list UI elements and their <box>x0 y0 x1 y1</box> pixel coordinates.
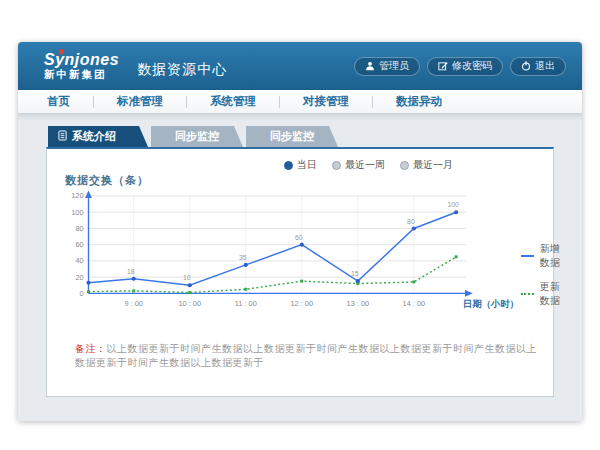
chart-row: 0204060801001209 : 0010 : 0011 : 0012 : … <box>59 190 541 318</box>
tab-bar: 系统介绍 同步监控 同步监控 <box>48 126 554 147</box>
tab-system-intro[interactable]: 系统介绍 <box>48 126 148 147</box>
chart-legend: 新增数据 更新数据 <box>521 190 561 318</box>
nav-item-system-mgmt[interactable]: 系统管理 <box>187 94 279 109</box>
radio-unselected-icon <box>332 161 341 170</box>
radio-today[interactable]: 当日 <box>284 158 317 172</box>
page-title: 数据资源中心 <box>137 61 354 79</box>
svg-text:60: 60 <box>75 240 83 249</box>
nav-item-standard-mgmt[interactable]: 标准管理 <box>94 94 186 109</box>
logo-subtitle: 新中新集团 <box>44 69 119 81</box>
svg-text:60: 60 <box>295 234 303 241</box>
svg-text:11 : 00: 11 : 00 <box>235 299 257 308</box>
legend-item-updated-data: 更新数据 <box>521 280 561 308</box>
chart-panel: 当日 最近一周 最近一月 数据交换（条） 0204060801001209 : … <box>46 147 554 397</box>
user-icon <box>365 61 375 71</box>
svg-text:120: 120 <box>71 191 83 200</box>
svg-text:10: 10 <box>183 274 191 281</box>
tab-label: 同步监控 <box>175 129 219 144</box>
footnote-prefix: 备注： <box>75 343 107 354</box>
legend-label: 更新数据 <box>540 280 561 308</box>
user-menu: 管理员 修改密码 退出 <box>354 57 566 76</box>
nav-item-home[interactable]: 首页 <box>24 94 93 109</box>
svg-text:18: 18 <box>127 268 135 275</box>
tab-sync-monitor-1[interactable]: 同步监控 <box>151 126 243 147</box>
svg-text:40: 40 <box>75 256 83 265</box>
svg-text:12 : 00: 12 : 00 <box>291 299 314 308</box>
footnote-text: 以上数据更新于时间产生数据以上数据更新于时间产生数据以上数据更新于时间产生数据以… <box>75 343 537 368</box>
change-password-button[interactable]: 修改密码 <box>427 57 503 76</box>
svg-text:15: 15 <box>351 270 359 277</box>
change-password-label: 修改密码 <box>452 59 492 73</box>
svg-text:日期（小时）: 日期（小时） <box>463 298 519 310</box>
dotted-line-swatch <box>521 293 534 295</box>
logout-button[interactable]: 退出 <box>510 57 566 76</box>
nav-item-data-change[interactable]: 数据异动 <box>373 94 465 109</box>
svg-text:20: 20 <box>75 273 83 282</box>
time-range-filter: 当日 最近一周 最近一月 <box>284 158 453 172</box>
logo-text: Synjones <box>44 51 119 69</box>
user-name-label: 管理员 <box>379 59 409 73</box>
svg-text:10 : 00: 10 : 00 <box>178 299 201 308</box>
tab-sync-monitor-2[interactable]: 同步监控 <box>246 126 338 147</box>
radio-label: 最近一周 <box>345 158 385 172</box>
svg-text:80: 80 <box>75 224 83 233</box>
svg-text:13 : 00: 13 : 00 <box>347 299 370 308</box>
svg-text:14 : 00: 14 : 00 <box>403 299 426 308</box>
footnote: 备注：以上数据更新于时间产生数据以上数据更新于时间产生数据以上数据更新于时间产生… <box>59 342 541 370</box>
logout-label: 退出 <box>535 59 555 73</box>
legend-label: 新增数据 <box>540 242 561 270</box>
app-window: Synjones 新中新集团 数据资源中心 管理员 修改密码 <box>18 42 582 421</box>
svg-text:100: 100 <box>447 201 459 208</box>
radio-label: 当日 <box>297 158 317 172</box>
radio-label: 最近一月 <box>413 158 453 172</box>
app-header: Synjones 新中新集团 数据资源中心 管理员 修改密码 <box>18 42 582 90</box>
edit-icon <box>438 61 448 71</box>
svg-text:80: 80 <box>407 218 415 225</box>
company-logo: Synjones 新中新集团 <box>44 51 119 80</box>
radio-last-month[interactable]: 最近一月 <box>400 158 453 172</box>
radio-last-week[interactable]: 最近一周 <box>332 158 385 172</box>
radio-unselected-icon <box>400 161 409 170</box>
svg-text:35: 35 <box>239 254 247 261</box>
y-axis-title: 数据交换（条） <box>65 173 541 188</box>
content-area: 系统介绍 同步监控 同步监控 当日 最近一周 <box>18 114 582 397</box>
line-chart: 0204060801001209 : 0010 : 0011 : 0012 : … <box>59 190 521 318</box>
solid-line-swatch <box>521 255 534 257</box>
svg-text:0: 0 <box>79 289 83 298</box>
svg-text:100: 100 <box>71 208 83 217</box>
tab-label: 同步监控 <box>270 129 314 144</box>
main-nav: 首页 标准管理 系统管理 对接管理 数据异动 <box>18 90 582 114</box>
nav-item-interface-mgmt[interactable]: 对接管理 <box>280 94 372 109</box>
radio-selected-icon <box>284 161 293 170</box>
document-icon <box>58 130 67 143</box>
svg-text:9 : 00: 9 : 00 <box>124 299 142 308</box>
tab-label: 系统介绍 <box>72 129 116 144</box>
legend-item-new-data: 新增数据 <box>521 242 561 270</box>
user-account-button[interactable]: 管理员 <box>354 57 420 76</box>
power-icon <box>521 61 531 71</box>
